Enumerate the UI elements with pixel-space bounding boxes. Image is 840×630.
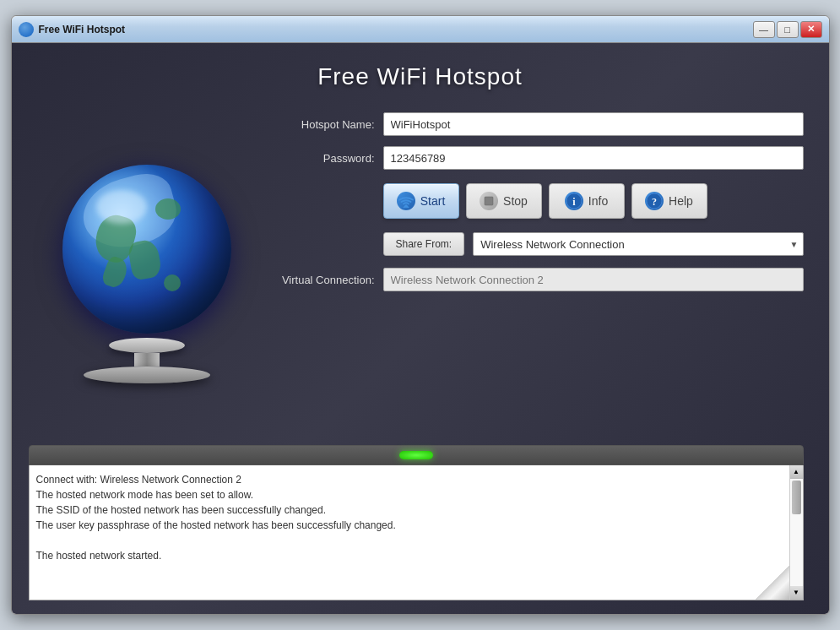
share-select-wrapper: Wireless Network Connection Local Area C… — [473, 232, 803, 256]
content-area: Hotspot Name: Password: — [12, 104, 829, 445]
globe-container — [46, 148, 248, 384]
globe-stand-mid — [134, 353, 160, 367]
scrollbar-up-button[interactable]: ▲ — [790, 465, 803, 479]
log-content-wrapper: Connect with: Wireless Network Connectio… — [29, 465, 804, 600]
scrollbar-thumb[interactable] — [792, 481, 801, 514]
stop-button-label: Stop — [503, 194, 528, 208]
globe-stand-bottom — [84, 367, 210, 383]
virtual-connection-input — [383, 268, 804, 291]
start-button-label: Start — [420, 194, 446, 208]
help-button-label: Help — [669, 194, 693, 208]
info-button-label: Info — [588, 194, 608, 208]
password-input[interactable] — [383, 146, 804, 170]
log-text: Connect with: Wireless Network Connectio… — [30, 465, 803, 600]
svg-text:?: ? — [652, 196, 657, 208]
title-bar: Free WiFi Hotspot — □ ✕ — [12, 16, 829, 43]
wifi-icon — [397, 192, 415, 210]
info-button[interactable]: i Info — [549, 183, 625, 219]
stop-icon — [480, 192, 498, 210]
continent-2 — [127, 238, 162, 280]
svg-rect-4 — [485, 197, 493, 205]
main-content: Free WiFi Hotspot — [12, 43, 829, 614]
stop-button[interactable]: Stop — [466, 183, 542, 219]
main-window: Free WiFi Hotspot — □ ✕ Free WiFi Hotspo… — [11, 15, 830, 615]
continent-3 — [155, 198, 181, 220]
title-bar-text: Free WiFi Hotspot — [39, 24, 753, 35]
close-button[interactable]: ✕ — [800, 21, 822, 38]
share-from-button[interactable]: Share From: — [383, 232, 465, 256]
scrollbar-down-button[interactable]: ▼ — [790, 586, 803, 600]
virtual-connection-label: Virtual Connection: — [274, 274, 375, 286]
minimize-button[interactable]: — — [753, 21, 775, 38]
globe-sphere — [62, 165, 231, 334]
globe-continents — [62, 165, 231, 334]
continent-5 — [164, 274, 181, 291]
password-label: Password: — [274, 152, 375, 165]
help-icon: ? — [645, 192, 664, 210]
hotspot-name-row: Hotspot Name: — [274, 112, 804, 136]
scrollbar-track — [790, 479, 803, 586]
continent-4 — [100, 255, 129, 290]
app-icon — [19, 22, 34, 37]
password-row: Password: — [274, 146, 804, 170]
share-from-select[interactable]: Wireless Network Connection Local Area C… — [473, 232, 803, 256]
window-controls: — □ ✕ — [753, 21, 822, 38]
form-area: Hotspot Name: Password: — [274, 104, 804, 428]
app-title: Free WiFi Hotspot — [12, 43, 829, 104]
virtual-connection-row: Virtual Connection: — [274, 268, 804, 291]
start-button[interactable]: Start — [383, 183, 459, 219]
help-button[interactable]: ? Help — [631, 183, 707, 219]
hotspot-name-input[interactable] — [383, 112, 804, 136]
globe-stand-top — [109, 338, 185, 353]
hotspot-name-label: Hotspot Name: — [274, 118, 375, 131]
info-icon: i — [565, 192, 583, 210]
globe-area — [37, 104, 257, 428]
maximize-button[interactable]: □ — [777, 21, 799, 38]
log-header — [29, 445, 804, 465]
log-scrollbar[interactable]: ▲ ▼ — [789, 465, 803, 600]
share-from-row: Share From: Wireless Network Connection … — [274, 232, 804, 256]
status-indicator — [399, 451, 433, 459]
log-area: Connect with: Wireless Network Connectio… — [29, 445, 804, 600]
buttons-row: Start Stop — [274, 183, 804, 219]
globe-base — [79, 338, 214, 384]
